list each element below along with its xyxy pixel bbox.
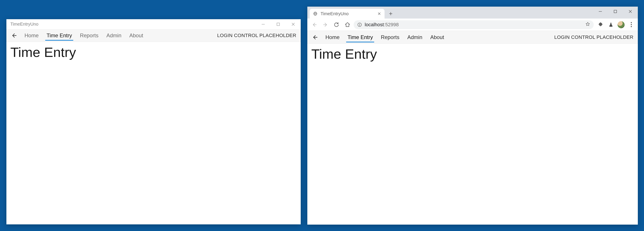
plus-icon [388, 12, 393, 16]
app-content: Time Entry [6, 42, 301, 224]
tab-admin[interactable]: Admin [403, 31, 426, 44]
native-window-title: TimeEntryUno [10, 22, 256, 27]
tab-time-entry[interactable]: Time Entry [42, 29, 76, 42]
minimize-button[interactable] [593, 6, 608, 16]
close-button[interactable] [286, 19, 301, 29]
arrow-left-icon [312, 22, 317, 28]
browser-tabstrip: TimeEntryUno [307, 6, 638, 18]
login-control-placeholder: LOGIN CONTROL PLACEHOLDER [217, 33, 298, 38]
tab-reports-label: Reports [381, 34, 399, 40]
minimize-icon [598, 10, 602, 14]
extension-pinned-button[interactable] [606, 20, 615, 29]
back-button[interactable] [310, 32, 320, 42]
native-titlebar: TimeEntryUno [6, 19, 301, 29]
native-window-controls [256, 19, 301, 29]
browser-window-controls [593, 6, 638, 16]
tab-home-label: Home [326, 34, 340, 40]
browser-reload-button[interactable] [332, 20, 341, 30]
url-host: localhost [365, 22, 384, 27]
browser-menu-button[interactable] [627, 20, 636, 29]
app-tabs: Home Time Entry Reports Admin About [322, 31, 448, 44]
browser-home-button[interactable] [343, 20, 352, 30]
maximize-button[interactable] [271, 19, 286, 29]
bookmark-button[interactable] [585, 22, 590, 28]
svg-rect-13 [614, 10, 617, 13]
app-navbar: Home Time Entry Reports Admin About LOGI… [6, 29, 301, 42]
tab-reports[interactable]: Reports [377, 31, 403, 44]
star-icon [585, 22, 590, 26]
arrow-left-icon [312, 34, 318, 40]
browser-tab-title: TimeEntryUno [320, 11, 374, 16]
tab-time-entry[interactable]: Time Entry [344, 31, 377, 44]
browser-back-button[interactable] [310, 20, 319, 30]
kebab-icon [631, 22, 632, 27]
tab-about-label: About [129, 32, 143, 38]
page-heading: Time Entry [311, 47, 634, 61]
arrow-right-icon [322, 22, 328, 28]
close-icon [378, 12, 381, 15]
tab-reports-label: Reports [80, 32, 98, 38]
maximize-icon [613, 10, 617, 14]
info-icon [357, 22, 362, 27]
new-tab-button[interactable] [386, 9, 395, 18]
maximize-button[interactable] [608, 6, 623, 16]
profile-button[interactable] [617, 20, 626, 29]
tab-home[interactable]: Home [322, 31, 344, 44]
svg-rect-1 [277, 23, 280, 26]
close-icon [628, 10, 632, 14]
native-app-window: TimeEntryUno Home Time Entry Reports Adm… [6, 19, 301, 224]
url-text: localhost:52998 [365, 22, 399, 28]
tab-admin[interactable]: Admin [102, 29, 125, 42]
page-heading: Time Entry [10, 45, 297, 59]
home-icon [344, 22, 350, 28]
tab-admin-label: Admin [106, 32, 121, 38]
site-info-button[interactable] [357, 22, 362, 27]
app-content: Time Entry [307, 44, 638, 224]
browser-toolbar-right [596, 20, 636, 29]
tab-about[interactable]: About [125, 29, 147, 42]
app-navbar: Home Time Entry Reports Admin About LOGI… [307, 31, 638, 44]
maximize-icon [276, 22, 280, 26]
puzzle-icon [598, 22, 604, 27]
url-port: :52998 [384, 22, 399, 27]
reload-icon [334, 22, 339, 28]
tab-home[interactable]: Home [20, 29, 42, 42]
browser-forward-button[interactable] [320, 20, 330, 30]
tab-about-label: About [430, 34, 444, 40]
minimize-icon [261, 22, 265, 26]
tab-time-entry-label: Time Entry [348, 34, 373, 40]
flask-icon [608, 22, 614, 27]
login-control-placeholder: LOGIN CONTROL PLACEHOLDER [554, 34, 635, 40]
minimize-button[interactable] [256, 19, 271, 29]
back-button[interactable] [9, 31, 19, 40]
close-icon [291, 22, 295, 26]
app-tabs: Home Time Entry Reports Admin About [20, 29, 147, 42]
svg-point-20 [360, 24, 360, 24]
browser-window: TimeEntryUno [307, 6, 638, 224]
extensions-button[interactable] [596, 20, 605, 29]
tab-reports[interactable]: Reports [76, 29, 102, 42]
close-button[interactable] [623, 6, 638, 16]
arrow-left-icon [11, 32, 17, 38]
browser-toolbar: localhost:52998 [307, 18, 638, 31]
avatar-icon [618, 21, 624, 28]
address-bar[interactable]: localhost:52998 [354, 20, 594, 29]
tab-about[interactable]: About [426, 31, 448, 44]
browser-tab[interactable]: TimeEntryUno [310, 9, 384, 18]
tab-home-label: Home [24, 32, 38, 38]
tab-close-button[interactable] [377, 11, 382, 16]
globe-icon [312, 11, 318, 16]
tab-admin-label: Admin [407, 34, 422, 40]
tab-time-entry-label: Time Entry [46, 32, 72, 38]
